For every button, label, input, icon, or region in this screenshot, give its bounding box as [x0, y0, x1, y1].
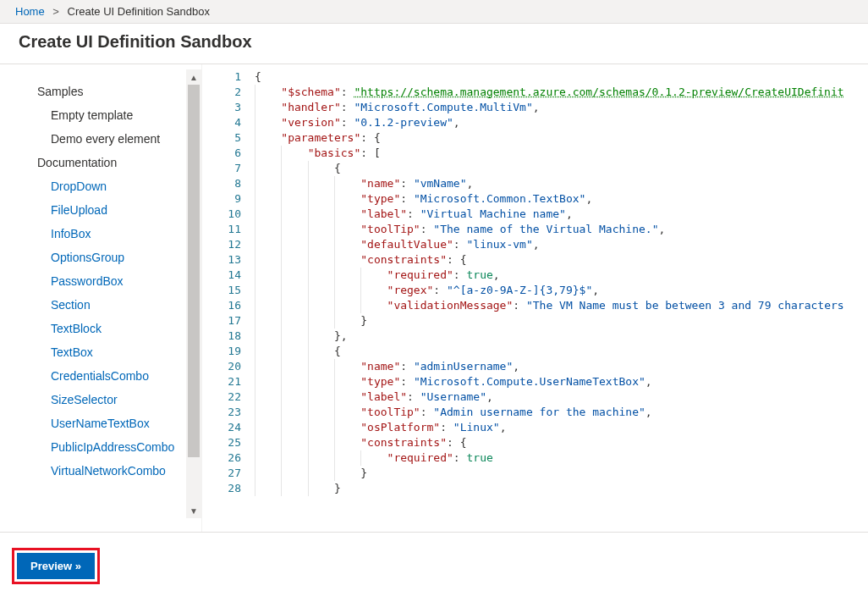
- line-number: 21: [202, 374, 241, 389]
- sidebar-item-credentialscombo[interactable]: CredentialsCombo: [0, 364, 201, 388]
- code-line[interactable]: {: [255, 69, 868, 85]
- code-line[interactable]: "handler": "Microsoft.Compute.MultiVm",: [255, 100, 868, 115]
- code-line[interactable]: "$schema": "https://schema.management.az…: [255, 85, 868, 100]
- line-number: 2: [202, 85, 241, 100]
- sidebar: SamplesEmpty templateDemo every elementD…: [0, 64, 201, 532]
- code-line[interactable]: "name": "vmName",: [255, 176, 868, 191]
- code-line[interactable]: "type": "Microsoft.Compute.UserNameTextB…: [255, 374, 868, 389]
- code-line[interactable]: "parameters": {: [255, 130, 868, 146]
- code-content[interactable]: { "$schema": "https://schema.management.…: [255, 64, 868, 532]
- line-number: 25: [202, 435, 241, 450]
- sidebar-item-infobox[interactable]: InfoBox: [0, 222, 201, 246]
- sidebar-item-passwordbox[interactable]: PasswordBox: [0, 269, 201, 293]
- preview-button[interactable]: Preview »: [17, 553, 95, 579]
- line-number: 19: [202, 344, 241, 359]
- sidebar-scrollbar[interactable]: ▲ ▼: [186, 69, 201, 518]
- line-number: 3: [202, 100, 241, 115]
- line-number: 26: [202, 450, 241, 466]
- code-line[interactable]: {: [255, 161, 868, 176]
- line-number: 14: [202, 268, 241, 283]
- line-number: 22: [202, 389, 241, 405]
- scroll-down-icon[interactable]: ▼: [186, 503, 201, 518]
- line-number: 8: [202, 176, 241, 191]
- code-line[interactable]: {: [255, 344, 868, 359]
- code-line[interactable]: "toolTip": "The name of the Virtual Mach…: [255, 222, 868, 237]
- line-number-gutter: 1234567891011121314151617181920212223242…: [202, 64, 255, 532]
- sidebar-item-demo-every-element[interactable]: Demo every element: [0, 127, 201, 151]
- line-number: 15: [202, 283, 241, 298]
- code-line[interactable]: }: [255, 313, 868, 329]
- code-line[interactable]: "label": "Virtual Machine name",: [255, 207, 868, 222]
- code-line[interactable]: "required": true,: [255, 268, 868, 283]
- sidebar-item-publicipaddresscombo[interactable]: PublicIpAddressCombo: [0, 435, 201, 459]
- line-number: 24: [202, 420, 241, 435]
- sidebar-item-dropdown[interactable]: DropDown: [0, 174, 201, 198]
- breadcrumb-home-link[interactable]: Home: [15, 5, 45, 18]
- code-editor[interactable]: 1234567891011121314151617181920212223242…: [201, 64, 868, 532]
- code-line[interactable]: "regex": "^[a-z0-9A-Z-]{3,79}$",: [255, 283, 868, 298]
- code-line[interactable]: "constraints": {: [255, 435, 868, 450]
- line-number: 17: [202, 313, 241, 329]
- line-number: 18: [202, 329, 241, 344]
- code-line[interactable]: "name": "adminUsername",: [255, 359, 868, 374]
- sidebar-item-textbox[interactable]: TextBox: [0, 340, 201, 364]
- scroll-up-icon[interactable]: ▲: [186, 69, 201, 85]
- code-line[interactable]: "toolTip": "Admin username for the machi…: [255, 405, 868, 420]
- code-line[interactable]: "type": "Microsoft.Common.TextBox",: [255, 191, 868, 207]
- line-number: 28: [202, 481, 241, 496]
- line-number: 23: [202, 405, 241, 420]
- line-number: 1: [202, 69, 241, 85]
- scroll-thumb[interactable]: [188, 85, 200, 457]
- code-line[interactable]: "version": "0.1.2-preview",: [255, 115, 868, 130]
- code-line[interactable]: "defaultValue": "linux-vm",: [255, 237, 868, 252]
- footer: Preview »: [0, 532, 868, 599]
- preview-highlight: Preview »: [12, 548, 100, 584]
- code-line[interactable]: "constraints": {: [255, 252, 868, 268]
- line-number: 6: [202, 146, 241, 161]
- line-number: 4: [202, 115, 241, 130]
- line-number: 12: [202, 237, 241, 252]
- line-number: 27: [202, 466, 241, 481]
- breadcrumb-separator-icon: >: [52, 5, 59, 18]
- code-line[interactable]: },: [255, 329, 868, 344]
- line-number: 9: [202, 191, 241, 207]
- code-line[interactable]: "validationMessage": "The VM Name must b…: [255, 298, 868, 313]
- code-line[interactable]: "label": "Username",: [255, 389, 868, 405]
- breadcrumb: Home > Create UI Definition Sandbox: [0, 0, 868, 24]
- sidebar-item-usernametextbox[interactable]: UserNameTextBox: [0, 411, 201, 435]
- sidebar-group-header[interactable]: Documentation: [0, 151, 201, 174]
- line-number: 13: [202, 252, 241, 268]
- code-line[interactable]: "basics": [: [255, 146, 868, 161]
- line-number: 5: [202, 130, 241, 146]
- line-number: 20: [202, 359, 241, 374]
- sidebar-group-header[interactable]: Samples: [0, 80, 201, 103]
- code-line[interactable]: }: [255, 481, 868, 496]
- sidebar-item-sizeselector[interactable]: SizeSelector: [0, 388, 201, 411]
- code-line[interactable]: "osPlatform": "Linux",: [255, 420, 868, 435]
- line-number: 16: [202, 298, 241, 313]
- sidebar-item-textblock[interactable]: TextBlock: [0, 317, 201, 340]
- sidebar-item-fileupload[interactable]: FileUpload: [0, 198, 201, 222]
- sidebar-item-empty-template[interactable]: Empty template: [0, 103, 201, 127]
- breadcrumb-current: Create UI Definition Sandbox: [68, 5, 210, 18]
- scroll-track[interactable]: [186, 85, 201, 503]
- code-line[interactable]: "required": true: [255, 450, 868, 466]
- line-number: 7: [202, 161, 241, 176]
- sidebar-item-optionsgroup[interactable]: OptionsGroup: [0, 246, 201, 269]
- line-number: 11: [202, 222, 241, 237]
- page-title: Create UI Definition Sandbox: [0, 24, 868, 64]
- sidebar-item-section[interactable]: Section: [0, 293, 201, 317]
- sidebar-item-virtualnetworkcombo[interactable]: VirtualNetworkCombo: [0, 459, 201, 483]
- line-number: 10: [202, 207, 241, 222]
- workspace: SamplesEmpty templateDemo every elementD…: [0, 64, 868, 532]
- code-line[interactable]: }: [255, 466, 868, 481]
